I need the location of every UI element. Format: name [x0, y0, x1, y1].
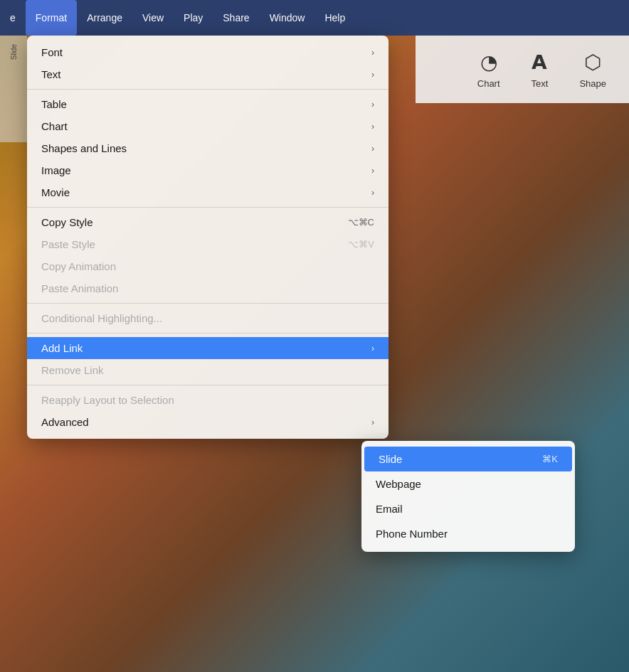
menu-bar-item-view[interactable]: View — [132, 0, 174, 36]
divider-1 — [27, 89, 388, 90]
menu-item-movie[interactable]: Movie › — [27, 181, 388, 203]
toolbar-item-shape[interactable]: ⬡ Shape — [571, 45, 615, 95]
slide-shortcut: ⌘K — [542, 454, 558, 464]
menu-item-advanced[interactable]: Advanced › — [27, 411, 388, 433]
slide-panel-label: Slide — [10, 44, 18, 60]
submenu-item-phone-number[interactable]: Phone Number — [361, 521, 575, 546]
menu-item-shapes-lines[interactable]: Shapes and Lines › — [27, 137, 388, 159]
add-link-arrow-icon: › — [371, 343, 374, 353]
advanced-arrow-icon: › — [371, 417, 374, 427]
format-menu: Font › Text › Table › Chart › Shapes and… — [27, 36, 388, 439]
shapes-lines-arrow-icon: › — [371, 144, 374, 154]
menu-bar-item-format[interactable]: Format — [26, 0, 77, 36]
divider-4 — [27, 333, 388, 334]
submenu-item-webpage[interactable]: Webpage — [361, 471, 575, 496]
menu-item-reapply-layout: Reapply Layout to Selection — [27, 389, 388, 411]
menu-item-image[interactable]: Image › — [27, 159, 388, 181]
shape-icon: ⬡ — [584, 50, 601, 74]
image-arrow-icon: › — [371, 166, 374, 176]
font-arrow-icon: › — [371, 48, 374, 58]
paste-style-shortcut: ⌥⌘V — [348, 239, 374, 250]
menu-bar-item-window[interactable]: Window — [260, 0, 315, 36]
chart-arrow-icon: › — [371, 122, 374, 132]
divider-5 — [27, 385, 388, 385]
menu-item-copy-style[interactable]: Copy Style ⌥⌘C — [27, 211, 388, 233]
copy-style-shortcut: ⌥⌘C — [348, 217, 374, 228]
menu-item-add-link[interactable]: Add Link › — [27, 337, 388, 359]
menu-item-paste-style: Paste Style ⌥⌘V — [27, 233, 388, 255]
menu-item-font[interactable]: Font › — [27, 41, 388, 63]
menu-bar-item-help[interactable]: Help — [314, 0, 355, 36]
menu-item-conditional-highlighting: Conditional Highlighting... — [27, 307, 388, 329]
menu-bar-item-share[interactable]: Share — [213, 0, 259, 36]
menu-item-paste-animation: Paste Animation — [27, 277, 388, 299]
movie-arrow-icon: › — [371, 188, 374, 198]
submenu-item-slide[interactable]: Slide ⌘K — [364, 447, 572, 471]
submenu-item-email[interactable]: Email — [361, 496, 575, 521]
menu-item-copy-animation: Copy Animation — [27, 255, 388, 277]
menu-bar-item-edit[interactable]: e — [0, 0, 26, 36]
toolbar: ◔ Chart 𝗔 Text ⬡ Shape — [416, 36, 629, 103]
menu-item-text[interactable]: Text › — [27, 63, 388, 85]
menu-item-table[interactable]: Table › — [27, 93, 388, 115]
divider-3 — [27, 303, 388, 304]
text-arrow-icon: › — [371, 70, 374, 80]
slide-panel: Slide — [0, 36, 27, 142]
divider-2 — [27, 207, 388, 208]
add-link-submenu: Slide ⌘K Webpage Email Phone Number — [361, 441, 575, 552]
menu-item-remove-link: Remove Link — [27, 359, 388, 381]
text-icon: 𝗔 — [532, 50, 547, 74]
toolbar-label-chart: Chart — [477, 78, 500, 89]
table-arrow-icon: › — [371, 100, 374, 110]
menu-item-chart[interactable]: Chart › — [27, 115, 388, 137]
toolbar-item-chart[interactable]: ◔ Chart — [469, 45, 509, 95]
toolbar-item-text[interactable]: 𝗔 Text — [523, 45, 557, 95]
menu-bar: e Format Arrange View Play Share Window … — [0, 0, 629, 36]
toolbar-label-shape: Shape — [579, 78, 606, 89]
chart-icon: ◔ — [480, 50, 497, 74]
menu-bar-item-play[interactable]: Play — [174, 0, 213, 36]
toolbar-label-text: Text — [532, 78, 549, 89]
menu-bar-item-arrange[interactable]: Arrange — [77, 0, 132, 36]
